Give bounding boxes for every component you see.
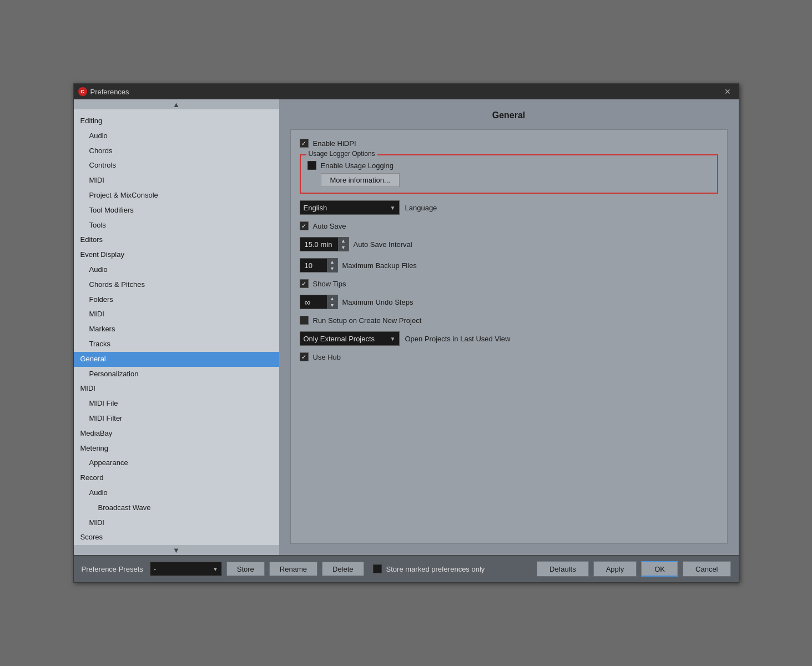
sidebar-item-personalization[interactable]: Personalization [74, 367, 279, 382]
max-backup-down[interactable]: ▼ [327, 265, 337, 272]
hidpi-checkbox[interactable] [300, 139, 309, 148]
scroll-down-button[interactable]: ▼ [74, 545, 279, 555]
sidebar-item-midi[interactable]: MIDI [74, 173, 279, 188]
right-panel: General Enable HiDPI Usage Logger Option… [279, 99, 739, 555]
sidebar-item-event-display[interactable]: Event Display [74, 248, 279, 263]
open-projects-dropdown[interactable]: Only External Projects ▼ [300, 331, 400, 346]
scroll-up-button[interactable]: ▲ [74, 99, 279, 109]
max-backup-row: 10 ▲ ▼ Maximum Backup Files [300, 258, 718, 273]
sidebar-item-general[interactable]: General [74, 352, 279, 367]
apply-button[interactable]: Apply [593, 561, 637, 577]
more-info-button[interactable]: More information... [321, 173, 400, 187]
sidebar-item-editors[interactable]: Editors [74, 233, 279, 248]
sidebar-item-markers[interactable]: Markers [74, 322, 279, 337]
autosave-row: Auto Save [300, 221, 718, 230]
sidebar-item-scores[interactable]: Scores [74, 530, 279, 545]
max-undo-arrows: ▲ ▼ [327, 295, 338, 309]
sidebar-item-controls[interactable]: Controls [74, 158, 279, 173]
defaults-button[interactable]: Defaults [537, 561, 589, 577]
open-projects-label: Open Projects in Last Used View [405, 335, 511, 343]
max-backup-arrows: ▲ ▼ [327, 258, 338, 273]
sidebar-item-editing[interactable]: Editing [74, 114, 279, 129]
rename-button[interactable]: Rename [269, 562, 317, 576]
store-button[interactable]: Store [226, 562, 265, 576]
language-row: English ▼ Language [300, 200, 718, 215]
hidpi-label: Enable HiDPI [313, 139, 356, 148]
language-dropdown-arrow: ▼ [390, 205, 396, 211]
sidebar-item-rec-midi[interactable]: MIDI [74, 516, 279, 531]
show-tips-checkbox[interactable] [300, 279, 309, 288]
show-tips-label: Show Tips [313, 280, 346, 288]
open-projects-row: Only External Projects ▼ Open Projects i… [300, 331, 718, 346]
bottom-bar: Preference Presets - ▼ Store Rename Dele… [74, 555, 739, 582]
app-icon: C [78, 87, 87, 96]
sidebar-item-record[interactable]: Record [74, 471, 279, 486]
sidebar-item-broadcast-wave[interactable]: Broadcast Wave [74, 501, 279, 516]
sidebar-item-ev-audio[interactable]: Audio [74, 263, 279, 278]
store-marked-row: Store marked preferences only [373, 564, 485, 573]
sidebar-item-mediabay[interactable]: MediaBay [74, 426, 279, 441]
sidebar-item-audio[interactable]: Audio [74, 129, 279, 144]
language-dropdown[interactable]: English ▼ [300, 200, 400, 215]
action-buttons: Defaults Apply OK Cancel [537, 561, 731, 577]
sidebar-item-metering[interactable]: Metering [74, 441, 279, 456]
sidebar-item-appearance[interactable]: Appearance [74, 456, 279, 471]
autosave-interval-label: Auto Save Interval [354, 240, 412, 249]
sidebar-item-folders[interactable]: Folders [74, 292, 279, 307]
run-setup-checkbox[interactable] [300, 316, 309, 325]
ok-button[interactable]: OK [641, 561, 678, 577]
max-undo-label: Maximum Undo Steps [342, 298, 413, 306]
autosave-interval-down[interactable]: ▼ [339, 244, 349, 251]
preferences-window: C Preferences ✕ ▲ EditingAudioChordsCont… [73, 83, 739, 583]
sidebar-item-ev-midi[interactable]: MIDI [74, 307, 279, 322]
close-button[interactable]: ✕ [721, 86, 734, 97]
presets-dropdown-arrow: ▼ [213, 566, 218, 572]
hidpi-row: Enable HiDPI [300, 139, 718, 148]
usage-logger-box: Usage Logger Options Enable Usage Loggin… [300, 154, 718, 194]
run-setup-label: Run Setup on Create New Project [313, 316, 422, 325]
show-tips-row: Show Tips [300, 279, 718, 288]
autosave-label: Auto Save [313, 222, 346, 230]
cubase-logo: C [78, 87, 87, 96]
presets-dropdown[interactable]: - ▼ [150, 562, 222, 576]
sidebar-item-midi-file[interactable]: MIDI File [74, 396, 279, 411]
store-marked-label: Store marked preferences only [386, 565, 485, 573]
max-undo-down[interactable]: ▼ [327, 302, 337, 309]
sidebar-item-midi-filter[interactable]: MIDI Filter [74, 411, 279, 426]
sidebar-item-tracks[interactable]: Tracks [74, 337, 279, 352]
enable-logging-label: Enable Usage Logging [321, 162, 394, 170]
autosave-interval-value: 15.0 min [300, 237, 339, 251]
enable-logging-checkbox[interactable] [307, 161, 316, 170]
store-marked-checkbox[interactable] [373, 564, 382, 573]
presets-value: - [154, 565, 156, 573]
sidebar-item-tool-modifiers[interactable]: Tool Modifiers [74, 203, 279, 218]
use-hub-checkbox[interactable] [300, 352, 309, 361]
use-hub-row: Use Hub [300, 352, 718, 361]
sidebar-item-tools[interactable]: Tools [74, 218, 279, 233]
max-backup-up[interactable]: ▲ [327, 259, 337, 265]
content-area: Enable HiDPI Usage Logger Options Enable… [290, 129, 728, 544]
max-undo-control: ∞ ▲ ▼ [300, 295, 338, 309]
max-backup-label: Maximum Backup Files [342, 261, 417, 270]
delete-button[interactable]: Delete [322, 562, 364, 576]
autosave-interval-control: 15.0 min ▲ ▼ [300, 237, 349, 251]
cancel-button[interactable]: Cancel [683, 561, 730, 577]
title-bar: C Preferences ✕ [74, 84, 739, 99]
language-value: English [304, 204, 327, 212]
sidebar-item-chords[interactable]: Chords [74, 144, 279, 159]
window-title: Preferences [90, 88, 721, 96]
sidebar-item-rec-audio[interactable]: Audio [74, 486, 279, 501]
autosave-checkbox[interactable] [300, 221, 309, 230]
max-undo-up[interactable]: ▲ [327, 295, 337, 302]
max-undo-value: ∞ [300, 295, 327, 309]
open-projects-dropdown-arrow: ▼ [390, 336, 396, 342]
sidebar-item-midi-top[interactable]: MIDI [74, 381, 279, 396]
autosave-interval-arrows: ▲ ▼ [339, 237, 349, 251]
use-hub-label: Use Hub [313, 353, 341, 361]
autosave-interval-up[interactable]: ▲ [339, 238, 349, 244]
run-setup-row: Run Setup on Create New Project [300, 316, 718, 325]
autosave-interval-row: 15.0 min ▲ ▼ Auto Save Interval [300, 237, 718, 251]
max-backup-control: 10 ▲ ▼ [300, 258, 338, 273]
sidebar-item-project-mix[interactable]: Project & MixConsole [74, 188, 279, 203]
sidebar-item-chords-pitches[interactable]: Chords & Pitches [74, 278, 279, 292]
